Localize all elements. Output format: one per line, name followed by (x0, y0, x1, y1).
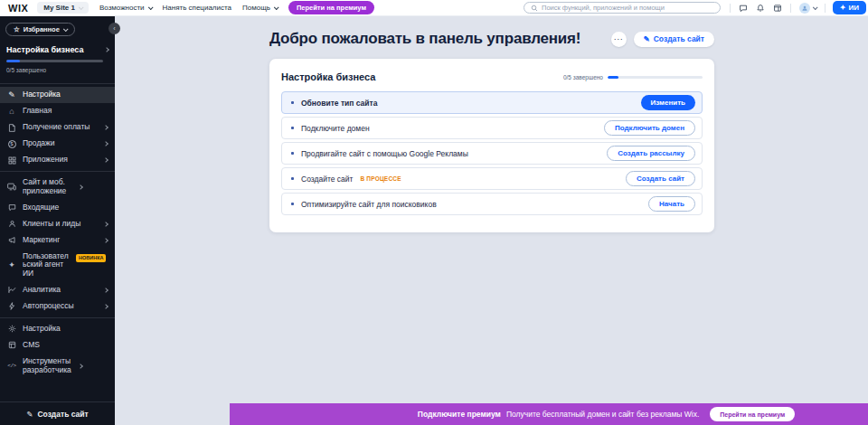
main-area: Добро пожаловать в панель управления! ··… (115, 16, 868, 425)
chevron-right-icon (78, 184, 83, 190)
notifications-icon[interactable] (756, 4, 765, 13)
bullet-icon (291, 101, 294, 104)
chevron-right-icon (103, 157, 108, 163)
task-row-google-ads[interactable]: Продвигайте сайт с помощью Google Реклам… (281, 142, 703, 165)
task-row-connect-domain[interactable]: Подключите домен Подключить домен (281, 117, 703, 139)
menu-help[interactable]: Помощь (242, 4, 278, 12)
banner-premium-button[interactable]: Перейти на премиум (710, 407, 795, 421)
favorites-menu[interactable]: ☆ Избранное (5, 23, 75, 36)
setup-progress-label: 0/5 завершено (6, 67, 108, 73)
gear-icon (7, 325, 16, 333)
chevron-right-icon (78, 364, 83, 369)
in-progress-badge: В ПРОЦЕССЕ (360, 175, 401, 182)
sidebar-item-settings[interactable]: Настройка (0, 321, 115, 337)
sidebar-item-sales[interactable]: $ Продажи (0, 136, 115, 152)
bullet-icon (291, 127, 294, 129)
chevron-down-icon (79, 5, 84, 10)
avatar (799, 3, 810, 14)
chevron-down-icon (63, 26, 69, 32)
chevron-right-icon (104, 47, 109, 52)
sparkle-icon: ✦ (840, 4, 846, 12)
search-bar[interactable] (524, 2, 721, 14)
premium-banner: Подключите премиум Получите бесплатный д… (230, 403, 868, 425)
card-progress-label: 0/5 завершено (563, 74, 603, 80)
new-badge: НОВИНКА (76, 254, 106, 262)
business-setup-card: Настройка бизнеса 0/5 завершено Обновите… (269, 59, 714, 232)
divider (790, 4, 791, 13)
sidebar-item-payments[interactable]: Получение оплаты (0, 119, 115, 136)
more-actions-button[interactable]: ··· (611, 32, 627, 47)
task-row-update-site-type[interactable]: Обновите тип сайта Изменить (281, 91, 703, 114)
sidebar-item-dev-tools[interactable]: </> Инструменты разработчика (0, 354, 115, 379)
apps-icon (7, 156, 16, 165)
banner-text: Получите бесплатный домен и сайт без рек… (506, 410, 699, 419)
devices-icon (7, 183, 16, 191)
start-button[interactable]: Начать (648, 196, 695, 212)
card-progress-track (608, 76, 703, 79)
sidebar-item-analytics[interactable]: Аналитика (0, 282, 115, 298)
menu-hire-specialist[interactable]: Нанять специалиста (163, 4, 231, 12)
sidebar-create-site-button[interactable]: ✎ Создать сайт (0, 401, 115, 425)
sidebar-item-apps[interactable]: Приложения (0, 152, 115, 168)
menu-features[interactable]: Возможности (99, 4, 152, 12)
sidebar-item-ai-agent[interactable]: ✦ Пользовательский агент ИИ НОВИНКА (0, 249, 115, 282)
bullet-icon (291, 177, 294, 180)
wix-logo: WIX (8, 3, 28, 14)
search-input[interactable] (542, 4, 713, 12)
dollar-icon: $ (7, 140, 16, 148)
star-icon: ☆ (14, 25, 20, 33)
chevron-right-icon (103, 222, 108, 227)
connect-domain-button[interactable]: Подключить домен (604, 120, 695, 136)
create-campaign-button[interactable]: Создать рассылку (607, 146, 695, 161)
inbox-chat-icon (7, 203, 16, 212)
favorites-label: Избранное (24, 25, 60, 33)
divider (0, 317, 115, 318)
setup-progress-track (6, 60, 103, 62)
task-list: Обновите тип сайта Изменить Подключите д… (281, 91, 703, 215)
sidebar: ‹ ☆ Избранное Настройка бизнеса 0/5 заве… (0, 16, 115, 425)
task-row-seo[interactable]: Оптимизируйте сайт для поисковиков Начат… (281, 193, 703, 215)
chevron-right-icon (103, 238, 108, 243)
sidebar-item-cms[interactable]: CMS (0, 337, 115, 354)
sparkle-icon: ✦ (7, 260, 16, 269)
site-menu[interactable]: My Site 1 (37, 2, 89, 14)
pencil-ruler-icon: ✎ (7, 90, 16, 99)
sidebar-item-inbox[interactable]: Входящие (0, 200, 115, 216)
updates-icon[interactable] (773, 4, 782, 13)
code-icon: </> (7, 363, 16, 369)
pencil-icon: ✎ (26, 410, 33, 419)
chevron-right-icon (103, 125, 108, 130)
bullet-icon (291, 152, 294, 155)
page-title: Добро пожаловать в панель управления! (269, 30, 580, 48)
divider (0, 171, 115, 172)
search-icon (531, 5, 538, 12)
sidebar-item-automations[interactable]: Автопроцессы (0, 298, 115, 315)
chevron-right-icon (103, 141, 108, 146)
chevron-down-icon (274, 5, 279, 10)
create-site-button[interactable]: ✎Создать сайт (634, 32, 714, 47)
sidebar-item-site-mobile-app[interactable]: Сайт и моб. приложение (0, 175, 115, 200)
sidebar-item-setup[interactable]: ✎ Настройка (0, 87, 115, 103)
divider (825, 4, 826, 13)
create-site-task-button[interactable]: Создать сайт (626, 171, 695, 186)
task-row-create-site[interactable]: Создайте сайт В ПРОЦЕССЕ Создать сайт (281, 167, 703, 190)
megaphone-icon (7, 236, 16, 244)
upgrade-premium-button[interactable]: Перейти на премиум (288, 1, 374, 14)
home-icon: ⌂ (7, 107, 16, 116)
chat-icon[interactable] (739, 4, 748, 13)
pencil-icon: ✎ (644, 34, 650, 43)
sidebar-collapse-button[interactable]: ‹ (108, 23, 120, 34)
person-icon (7, 220, 16, 228)
account-menu[interactable] (799, 3, 816, 14)
change-button[interactable]: Изменить (641, 95, 695, 110)
sidebar-item-marketing[interactable]: Маркетинг (0, 232, 115, 249)
wix-dashboard: WIX My Site 1 Возможности Нанять специал… (0, 0, 868, 425)
sidebar-item-contacts-leads[interactable]: Клиенты и лиды (0, 216, 115, 232)
analytics-icon (7, 286, 16, 294)
ai-assistant-button[interactable]: ✦ИИ (833, 1, 866, 14)
chevron-down-icon (147, 5, 153, 10)
card-progress-fill (608, 76, 618, 79)
business-setup-progress[interactable]: Настройка бизнеса 0/5 завершено (0, 36, 115, 80)
sidebar-item-home[interactable]: ⌂ Главная (0, 103, 115, 119)
database-icon (7, 341, 16, 349)
